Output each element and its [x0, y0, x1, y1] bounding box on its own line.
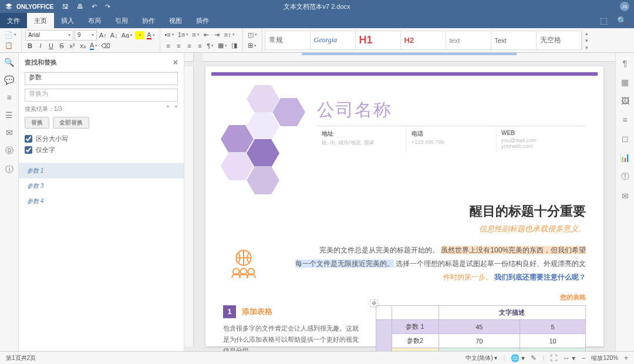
nonprinting-icon[interactable]: ¶: [206, 41, 215, 50]
align-center-icon[interactable]: ≡: [174, 41, 184, 50]
document-page[interactable]: 公司名称 地址 楼, 街, 城市/地区, 国家 电话 +123 456 789: [205, 66, 603, 346]
indent-inc-icon[interactable]: ⇥: [213, 30, 222, 39]
bookmarks-icon[interactable]: ☰: [5, 110, 13, 120]
copy-icon[interactable]: 📄: [4, 30, 18, 39]
result-item[interactable]: 参数 3: [19, 178, 184, 194]
chat-icon[interactable]: ✉: [6, 128, 13, 137]
replace-all-button[interactable]: 全部替换: [53, 117, 89, 129]
track-changes-icon[interactable]: ✎: [531, 354, 537, 362]
whole-word-checkbox[interactable]: 仅全字: [25, 146, 178, 154]
replace-button[interactable]: 替换: [25, 117, 49, 129]
search-icon[interactable]: 🔍: [4, 58, 14, 67]
menu-home[interactable]: 主页: [27, 13, 54, 28]
language-select[interactable]: 中文(简体) ▾: [466, 354, 497, 362]
feedback-icon[interactable]: ⓪: [5, 146, 14, 156]
indent-dec-icon[interactable]: ⇤: [202, 30, 211, 39]
text-art-icon[interactable]: Ⓣ: [621, 171, 629, 182]
status-bar: 第1页共2页 中文(简体) ▾ | 🌐 ▾ ✎ | ⛶ ↔ ▾ − 缩放120%…: [0, 351, 634, 364]
change-case-icon[interactable]: Aa: [120, 31, 134, 40]
menu-insert[interactable]: 插入: [54, 13, 81, 28]
subscript-icon[interactable]: x₂: [78, 41, 87, 50]
font-color-icon[interactable]: A: [146, 31, 156, 40]
style-h1[interactable]: H1: [355, 31, 401, 50]
paragraph-settings-icon[interactable]: ¶: [623, 59, 628, 68]
horizontal-ruler[interactable]: [203, 53, 615, 62]
style-h2[interactable]: H2: [400, 31, 446, 50]
align-right-icon[interactable]: ≡: [185, 41, 194, 50]
font-grow-icon[interactable]: A↑: [98, 31, 108, 40]
line-spacing-icon[interactable]: ≡↕: [223, 30, 236, 39]
zoom-out-icon[interactable]: −: [581, 354, 585, 362]
zoom-label[interactable]: 缩放120%: [591, 354, 618, 362]
style-scroll-down-icon[interactable]: ▾: [585, 38, 589, 43]
prev-result-icon[interactable]: ˄: [166, 105, 170, 113]
next-result-icon[interactable]: ˅: [174, 105, 178, 113]
vertical-ruler[interactable]: [184, 66, 194, 346]
table-cell[interactable]: 参数 1: [392, 320, 439, 334]
data-table[interactable]: 文字描述 文字描述 参数 1455 参数27010 参数 31555 参数 43…: [376, 305, 586, 351]
redo-icon[interactable]: ↷: [105, 3, 110, 11]
menu-view[interactable]: 视图: [162, 13, 189, 28]
bullet-list-icon[interactable]: •≡: [164, 30, 176, 39]
align-left-icon[interactable]: ≡: [164, 41, 173, 50]
insert-table-icon[interactable]: ⊞: [247, 41, 258, 50]
shading-icon[interactable]: ▦: [217, 41, 228, 50]
superscript-icon[interactable]: x²: [68, 41, 77, 50]
font-shrink-icon[interactable]: A↓: [109, 31, 119, 40]
font-fill-icon[interactable]: A: [89, 41, 99, 50]
zoom-in-icon[interactable]: +: [624, 354, 628, 362]
replace-input[interactable]: 替换为: [25, 89, 178, 102]
erase-icon[interactable]: ◨: [230, 41, 239, 50]
mail-icon[interactable]: ✉: [622, 191, 629, 201]
match-case-checkbox[interactable]: 区分大小写: [25, 134, 178, 143]
menu-layout[interactable]: 布局: [81, 13, 108, 28]
style-text2[interactable]: Text: [491, 31, 537, 50]
headings-icon[interactable]: ≡: [6, 93, 11, 102]
result-item[interactable]: 参数 4: [19, 194, 184, 209]
italic-icon[interactable]: I: [36, 41, 45, 50]
multilevel-list-icon[interactable]: ≡: [191, 30, 200, 39]
style-nospace[interactable]: 无空格: [536, 31, 582, 50]
shape-settings-icon[interactable]: ◻: [622, 134, 629, 143]
underline-icon[interactable]: U: [46, 41, 56, 50]
clear-format-icon[interactable]: ⌫: [100, 41, 112, 50]
fit-width-icon[interactable]: ↔ ▾: [563, 354, 575, 362]
save-icon[interactable]: 🖫: [62, 3, 69, 11]
insert-shape-icon[interactable]: ◫: [247, 30, 258, 39]
close-icon[interactable]: ×: [173, 58, 178, 67]
font-family-select[interactable]: Arial▾: [25, 30, 73, 41]
bold-icon[interactable]: B: [25, 41, 35, 50]
strike-icon[interactable]: S: [57, 41, 66, 50]
page-indicator[interactable]: 第1页共2页: [6, 354, 36, 362]
header-settings-icon[interactable]: ≡: [622, 115, 627, 124]
menu-file[interactable]: 文件: [0, 13, 27, 28]
style-more-icon[interactable]: ▾: [585, 45, 589, 50]
about-icon[interactable]: ⓘ: [5, 164, 14, 175]
number-list-icon[interactable]: 1≡: [177, 30, 190, 39]
spellcheck-icon[interactable]: 🌐 ▾: [511, 354, 525, 362]
highlight-icon[interactable]: [135, 31, 144, 39]
find-input[interactable]: 参数: [25, 72, 178, 85]
menu-refs[interactable]: 引用: [108, 13, 135, 28]
open-location-icon[interactable]: ⬚: [600, 16, 608, 25]
table-settings-icon[interactable]: ▦: [621, 77, 629, 87]
image-settings-icon[interactable]: 🖼: [621, 96, 629, 106]
style-georgia[interactable]: Georgia: [310, 31, 356, 50]
print-icon[interactable]: 🖶: [77, 3, 83, 11]
menu-plugins[interactable]: 插件: [189, 13, 216, 28]
user-avatar[interactable]: JS: [620, 2, 629, 11]
style-scroll-up-icon[interactable]: ▴: [585, 31, 589, 36]
result-item[interactable]: 参数 1: [19, 163, 184, 178]
paste-icon[interactable]: 📋: [4, 41, 14, 50]
font-size-select[interactable]: 9▾: [75, 30, 97, 41]
fit-page-icon[interactable]: ⛶: [550, 354, 557, 362]
align-justify-icon[interactable]: ≡: [195, 41, 205, 50]
undo-icon[interactable]: ↶: [92, 3, 97, 11]
search-top-icon[interactable]: 🔍: [617, 16, 627, 25]
style-normal[interactable]: 常规: [265, 31, 311, 50]
table-anchor-icon[interactable]: ✥: [370, 299, 378, 307]
chart-settings-icon[interactable]: 📊: [620, 153, 630, 162]
comments-icon[interactable]: 💬: [4, 75, 14, 85]
style-text[interactable]: text: [446, 31, 491, 50]
menu-collab[interactable]: 协作: [135, 13, 162, 28]
